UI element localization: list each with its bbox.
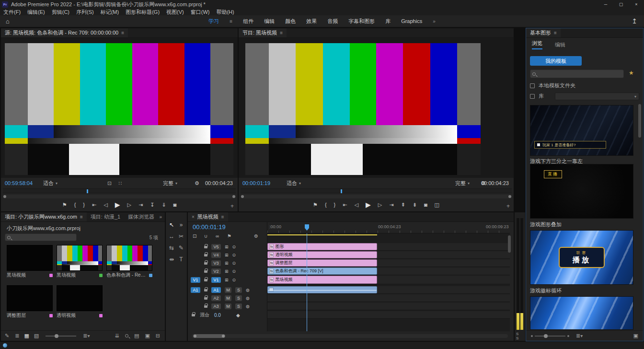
panel-menu-icon[interactable]: ≡ [554, 30, 557, 35]
home-icon[interactable]: ⌂ [6, 18, 10, 25]
solo-button[interactable]: S [235, 295, 242, 301]
panel-menu-icon[interactable]: ≡ [80, 214, 83, 220]
source-quality-select[interactable]: 完整▾ [163, 179, 177, 187]
close-button[interactable]: × [629, 0, 644, 9]
sync-lock-icon[interactable]: ⊞ [225, 244, 229, 249]
drag-video-icon[interactable]: ⊡ [107, 180, 112, 186]
track-target-v2[interactable]: V2 [211, 268, 221, 274]
keyframe-icon[interactable]: ◆ [236, 313, 240, 318]
track-target-a1[interactable]: A1 [211, 287, 221, 293]
project-name[interactable]: 小刀娱乐网www.x6g.com.prproj [7, 225, 80, 232]
template-item-thumb[interactable]: 直播 [530, 164, 633, 219]
workspace-tab-audio[interactable]: 音频 [327, 18, 338, 25]
sort-icon[interactable]: ≣ [83, 333, 87, 339]
add-marker-icon[interactable]: ⚑ [313, 202, 318, 208]
slip-tool[interactable]: ⇆ [169, 244, 174, 251]
solo-button[interactable]: S [235, 303, 242, 309]
essential-graphics-title[interactable]: 基本图形 [530, 29, 551, 36]
play-icon[interactable]: ▶ [115, 201, 120, 209]
template-item-label[interactable]: 游戏徽标循环 [530, 287, 562, 294]
new-bin-icon[interactable]: ▤ [134, 333, 139, 339]
export-frame-icon[interactable]: ◙ [424, 202, 427, 208]
project-item-label[interactable]: 黑场视频 [57, 272, 103, 279]
menu-clip[interactable]: 剪辑(C) [48, 9, 73, 16]
mark-out-icon[interactable]: } [334, 202, 336, 208]
voiceover-record-icon[interactable]: ◍ [246, 288, 250, 292]
checkbox-icon[interactable] [530, 94, 535, 99]
trash-icon[interactable]: ⊟ [156, 333, 160, 339]
freeform-view-icon[interactable]: ▧ [34, 333, 39, 339]
drag-audio-icon[interactable]: ∷ [118, 180, 122, 186]
panel-menu-icon[interactable]: ≡ [121, 30, 124, 35]
ripple-edit-tool[interactable]: ↔ [169, 233, 174, 240]
sync-lock-icon[interactable]: ⊞ [225, 269, 229, 274]
favorites-star-icon[interactable]: ★ [629, 70, 634, 76]
template-search-input[interactable] [538, 71, 621, 77]
lock-icon[interactable] [204, 289, 207, 291]
lock-icon[interactable] [192, 314, 195, 316]
step-forward-icon[interactable]: ▷ [127, 202, 131, 208]
go-to-out-icon[interactable]: ⇥ [389, 202, 393, 208]
lock-icon[interactable] [204, 297, 207, 300]
source-zoom-select[interactable]: 适合▾ [43, 179, 58, 187]
step-back-icon[interactable]: ◁ [355, 202, 358, 208]
workspace-tab-learning[interactable]: 学习 [208, 18, 219, 25]
insert-icon[interactable]: ↧ [150, 202, 154, 208]
lock-icon[interactable] [204, 262, 207, 265]
writable-toggle-icon[interactable]: ✎ [5, 333, 9, 339]
hand-tool[interactable]: ⇹ [169, 256, 174, 263]
source-patch-a1[interactable]: A1 [191, 287, 200, 293]
label-color-chip[interactable] [149, 274, 152, 277]
workspace-tab-captions[interactable]: 字幕和图形 [348, 18, 375, 25]
clip-bars-and-tone[interactable]: fx 色条和色调 - Rec 709 [V] [267, 268, 377, 275]
type-tool[interactable]: T [179, 256, 183, 263]
program-playhead[interactable] [341, 189, 342, 193]
mark-in-icon[interactable]: { [74, 202, 76, 208]
timeline-timecode[interactable]: 00:00:01:19 [193, 223, 226, 231]
project-item-thumb[interactable] [57, 245, 103, 271]
track-select-tool[interactable]: » [180, 221, 183, 228]
tab-browse[interactable]: 浏览 [532, 40, 542, 49]
menu-file[interactable]: 文件(F) [0, 9, 24, 16]
razor-tool[interactable]: ✂ [179, 233, 184, 240]
voiceover-record-icon[interactable]: ◍ [246, 296, 250, 301]
automate-to-sequence-icon[interactable]: ⇊ [115, 333, 119, 339]
project-item-thumb[interactable] [7, 285, 53, 311]
new-layer-icon[interactable]: ▣ [633, 333, 638, 339]
lock-icon[interactable] [204, 254, 207, 256]
mark-in-icon[interactable]: { [325, 202, 327, 208]
track-output-eye-icon[interactable]: ⊙ [232, 261, 236, 266]
menu-help[interactable]: 帮助(H) [213, 9, 237, 16]
track-target-v4[interactable]: V4 [211, 252, 221, 258]
mute-button[interactable]: M [225, 295, 231, 301]
close-tab-icon[interactable]: × [192, 214, 195, 220]
mark-out-icon[interactable]: } [83, 202, 85, 208]
project-tab-2[interactable]: 项目: 幼漫_1 [87, 212, 124, 222]
workspace-tab-effects[interactable]: 效果 [306, 18, 317, 25]
voiceover-record-icon[interactable]: ◍ [246, 304, 250, 309]
project-item-label[interactable]: 调整图层 [7, 312, 53, 319]
quick-export-icon[interactable]: ↥ [632, 17, 637, 25]
clip-graphics[interactable]: fx 图形 [267, 243, 377, 250]
timeline-vertical-scrollbar[interactable] [508, 235, 511, 253]
filter-local-templates[interactable]: 本地模板文件夹 [530, 82, 575, 89]
project-tab-active[interactable]: 项目: 小刀娱乐网www.x6g.com [5, 213, 77, 221]
source-settings-icon[interactable]: ⚙ [195, 179, 199, 187]
add-marker-icon[interactable]: ⚑ [227, 233, 231, 239]
clip-transparent-video[interactable]: fx 透明视频 [267, 251, 377, 258]
program-monitor-tab[interactable]: 节目: 黑场视频 [242, 29, 277, 36]
my-templates-button[interactable]: 我的模板 [530, 56, 582, 66]
project-search-input[interactable] [12, 235, 74, 240]
minimize-button[interactable]: ─ [598, 0, 613, 9]
clip-bars-and-tone-audio[interactable] [267, 286, 377, 293]
media-browser-tab[interactable]: 媒体浏览器 [124, 212, 158, 222]
mute-button[interactable]: M [225, 287, 231, 293]
label-color-chip[interactable] [49, 314, 53, 317]
panel-menu-icon[interactable]: ≡ [221, 214, 224, 220]
meter-solo-buttons[interactable]: S S [516, 332, 525, 340]
track-target-a3[interactable]: A3 [211, 303, 221, 309]
track-target-a2[interactable]: A2 [211, 295, 221, 301]
timeline-horizontal-scrollbar[interactable] [192, 334, 508, 338]
source-zoom-scrollbar[interactable] [3, 195, 236, 198]
lock-icon[interactable] [204, 246, 207, 248]
